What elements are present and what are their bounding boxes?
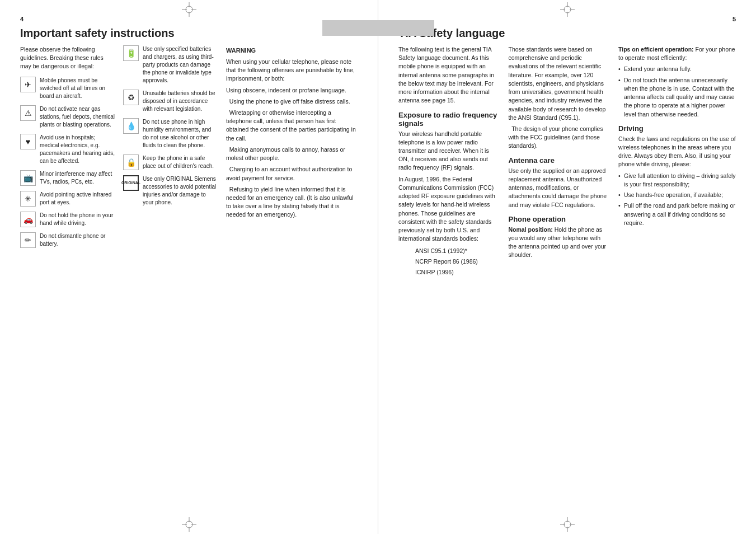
standards-text: Those standards were based on comprehens… (509, 45, 608, 122)
antenna-care-text: Use only the supplied or an approved rep… (509, 167, 608, 209)
driving-tip-1: Give full attention to driving – driving… (618, 172, 736, 189)
icon-item-tv: 📺 Minor interference may affect TVs, rad… (20, 170, 115, 186)
warning-para-5: Making anonymous calls to annoy, harass … (226, 146, 358, 162)
right-col1: The following text is the general TIA Sa… (398, 45, 497, 280)
page-right: 5 TIA Safety language The following text… (378, 0, 756, 534)
right-col2: Those standards were based on comprehens… (509, 45, 608, 280)
tv-text: Minor interference may affect TVs, radio… (40, 170, 115, 186)
icon-item-children: 🔒 Keep the phone in a safe place out of … (123, 154, 218, 170)
warning-para-7: Refusing to yield line when informed tha… (226, 185, 358, 219)
icon-item-recycle: ♻ Unusable batteries should be disposed … (123, 90, 218, 113)
original-badge-icon: ORIGINAL (123, 175, 139, 191)
page-spread: 4 Important safety instructions Please o… (0, 0, 756, 534)
children-icon: 🔒 (123, 154, 139, 170)
page-number-left: 4 (20, 16, 24, 22)
driving-tip-3: Pull off the road and park before making… (618, 202, 736, 227)
right-page-title: TIA Safety language (398, 27, 736, 40)
hospital-icon: ♥ (20, 134, 36, 149)
icon-list-col1: ✈ Mobile phones must be switched off at … (20, 77, 115, 248)
infrared-icon: ✳ (20, 191, 36, 207)
warning-para-1: When using your cellular telephone, plea… (226, 58, 358, 83)
crosshair-top-left (181, 1, 198, 18)
crosshair-top-right (559, 1, 576, 18)
tips-intro: Tips on efficient operation: For your ph… (618, 45, 736, 62)
icon-item-battery: 🔋 Use only specified batteries and charg… (123, 45, 218, 85)
left-col3: WARNING When using your cellular telepho… (226, 45, 358, 253)
aircraft-text: Mobile phones must be switched off at al… (40, 77, 115, 100)
tips-bullets-2: Give full attention to driving – driving… (618, 172, 736, 227)
children-text: Keep the phone in a safe place out of ch… (143, 154, 218, 170)
warning-para-2: Using obscene, indecent or profane langu… (226, 86, 358, 95)
driving-heading: Driving (618, 124, 736, 133)
infrared-text: Avoid pointing active infrared port at e… (40, 191, 115, 207)
phone-operation-text: Nomal position: Hold the phone as you wo… (509, 226, 608, 260)
top-bar (322, 20, 434, 36)
warning-title: WARNING (226, 46, 358, 55)
tip-2: Do not touch the antenna unnecessarily w… (618, 76, 736, 119)
icon-item-gas: ⚠ Do not activate near gas stations, fue… (20, 105, 115, 129)
driving-intro: Check the laws and regulations on the us… (618, 135, 736, 169)
battery-text: Use only specified batteries and charger… (143, 45, 218, 85)
tips-bullets-1: Extend your antenna fully. Do not touch … (618, 65, 736, 118)
original-text: Use only ORIGINAL Siemens accessories to… (143, 175, 218, 207)
icon-item-infrared: ✳ Avoid pointing active infrared port at… (20, 191, 115, 207)
battery-icon: 🔋 (123, 45, 139, 61)
aircraft-icon: ✈ (20, 77, 36, 92)
rf-fcc-text: In August, 1996, the Federal Communicati… (398, 175, 497, 243)
driving-tip-2: Use hands-free operation, if available; (618, 191, 736, 199)
right-col3: Tips on efficient operation: For your ph… (618, 45, 736, 280)
left-page-title: Important safety instructions (20, 27, 358, 40)
icon-item-humidity: 💧 Do not use phone in high humidity envi… (123, 118, 218, 149)
icon-item-dismantle: ✏ Do not dismantle phone or battery. (20, 232, 115, 248)
warning-para-4: Wiretapping or otherwise intercepting a … (226, 109, 358, 143)
hospital-text: Avoid use in hospitals; medical electron… (40, 134, 115, 165)
rf-signals-text: Your wireless handheld portable telephon… (398, 130, 497, 172)
left-col2: 🔋 Use only specified batteries and charg… (123, 45, 218, 253)
icon-item-original: ORIGINAL Use only ORIGINAL Siemens acces… (123, 175, 218, 207)
recycle-icon: ♻ (123, 90, 139, 105)
right-page-content: The following text is the general TIA Sa… (398, 45, 736, 280)
icon-item-hospital: ♥ Avoid use in hospitals; medical electr… (20, 134, 115, 165)
crosshair-bottom-right (559, 516, 576, 533)
tia-intro: The following text is the general TIA Sa… (398, 45, 497, 105)
icon-item-driving: 🚗 Do not hold the phone in your hand whi… (20, 212, 115, 227)
rf-standards: ANSI C95.1 (1992)*NCRP Report 86 (1986)I… (398, 246, 497, 278)
icon-item-aircraft: ✈ Mobile phones must be switched off at … (20, 77, 115, 100)
driving-text: Do not hold the phone in your hand while… (40, 212, 115, 227)
tip-1: Extend your antenna fully. (618, 65, 736, 73)
warning-para-3: Using the phone to give off false distre… (226, 97, 358, 106)
recycle-text: Unusable batteries should be disposed of… (143, 90, 218, 113)
humidity-text: Do not use phone in high humidity enviro… (143, 118, 218, 149)
antenna-care-heading: Antenna care (509, 156, 608, 165)
warning-para-6: Charging to an account without authoriza… (226, 165, 358, 182)
left-col1: Please observe the following guidelines.… (20, 45, 115, 253)
left-page-content: Please observe the following guidelines.… (20, 45, 358, 253)
crosshair-bottom-left (181, 516, 198, 533)
humidity-icon: 💧 (123, 118, 139, 134)
page-number-right: 5 (732, 16, 736, 22)
phone-operation-heading: Phone operation (509, 215, 608, 223)
page-left: 4 Important safety instructions Please o… (0, 0, 378, 534)
gas-text: Do not activate near gas stations, fuel … (40, 105, 115, 129)
dismantle-text: Do not dismantle phone or battery. (40, 232, 115, 248)
rf-signals-heading: Exposure to radio frequency signals (398, 111, 497, 128)
fcc-comply-text: The design of your phone complies with t… (509, 125, 608, 151)
tv-icon: 📺 (20, 170, 36, 186)
intro-text: Please observe the following guidelines.… (20, 45, 115, 71)
dismantle-icon: ✏ (20, 232, 36, 248)
driving-icon: 🚗 (20, 212, 36, 227)
gas-icon: ⚠ (20, 105, 36, 121)
